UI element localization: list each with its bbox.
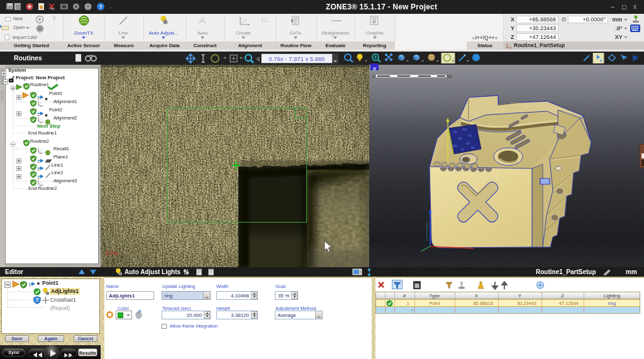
svg-text:?: ? [99, 4, 103, 10]
svg-text:0: 0 [372, 74, 375, 79]
svg-text:?: ? [35, 297, 38, 303]
svg-text:...: ... [109, 4, 112, 9]
svg-text:q: q [257, 55, 260, 62]
svg-text:0.7%: 0.7% [106, 250, 118, 257]
svg-text:50: 50 [447, 74, 452, 79]
